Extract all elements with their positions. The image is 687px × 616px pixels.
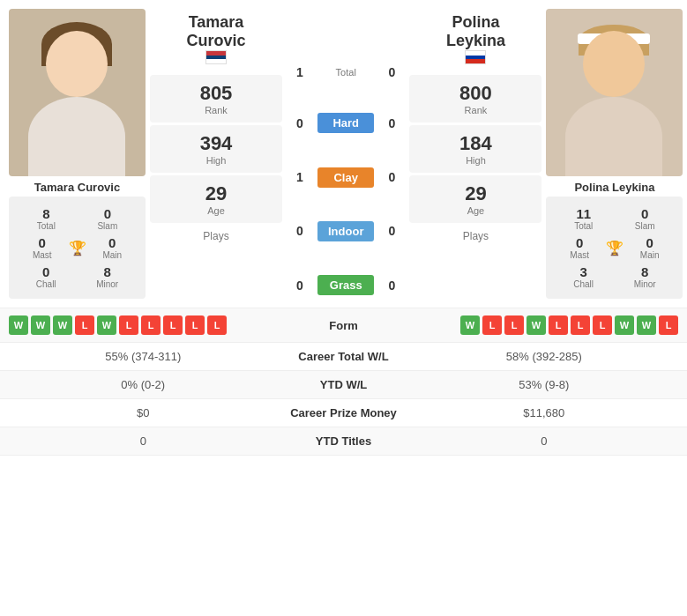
right-total-label: Total <box>574 221 593 231</box>
total-center-label: Total <box>336 67 356 78</box>
right-trophy-icon: 🏆 <box>606 240 624 256</box>
left-player-section: Tamara Curovic 8 Total 0 Slam 0 <box>9 9 146 299</box>
left-minor-value: 8 <box>96 264 118 279</box>
indoor-badge: Indoor <box>317 221 374 241</box>
right-main-stat: 0 Main <box>624 235 676 260</box>
left-minor-label: Minor <box>96 279 118 289</box>
left-high-value: 394 <box>157 132 275 155</box>
right-center-column: Polina Leykina 800 Rank 184 High 29 Age … <box>409 9 541 299</box>
left-slam-label: Slam <box>97 221 117 231</box>
right-high-label: High <box>416 155 534 166</box>
form-badge: W <box>637 315 656 335</box>
right-prize: $11,680 <box>414 406 675 419</box>
right-slam-stat: 0 Slam <box>635 206 655 231</box>
form-badge: W <box>615 315 634 335</box>
right-player-section: Polina Leykina 11 Total 0 Slam 0 <box>546 9 683 299</box>
form-badge: W <box>526 315 546 335</box>
right-total-value: 11 <box>574 206 593 221</box>
left-total-value: 8 <box>37 206 56 221</box>
left-header: Tamara Curovic <box>186 9 245 72</box>
right-age-value: 29 <box>416 182 534 205</box>
career-wl-label: Career Total W/L <box>273 350 414 363</box>
right-mast-label: Mast <box>553 250 606 260</box>
surface-comparison: 1 Total 0 0 Hard 0 1 Clay 0 0 Indoor 0 <box>287 9 405 299</box>
indoor-row: 0 Indoor 0 <box>287 218 405 245</box>
right-chall-label: Chall <box>573 279 594 289</box>
right-plays: Plays <box>463 226 489 247</box>
right-main-label: Main <box>624 250 676 260</box>
right-ytd-titles: 0 <box>414 434 675 448</box>
right-slam-value: 0 <box>635 206 655 221</box>
form-badge: W <box>31 315 50 335</box>
player-comparison-section: Tamara Curovic 8 Total 0 Slam 0 <box>0 0 687 308</box>
right-rank-label: Rank <box>416 105 534 115</box>
left-player-photo <box>9 9 146 176</box>
clay-badge: Clay <box>317 167 374 188</box>
clay-row: 1 Clay 0 <box>287 164 405 191</box>
right-minor-stat: 8 Minor <box>634 264 656 289</box>
left-chall-stat: 0 Chall <box>36 264 56 289</box>
form-label: Form <box>300 319 388 332</box>
left-main-stat: 0 Main <box>86 235 139 260</box>
hard-badge: Hard <box>317 113 374 133</box>
right-slam-label: Slam <box>635 221 655 231</box>
right-rank-panel: 800 Rank <box>409 75 541 122</box>
right-chall-value: 3 <box>573 264 594 279</box>
form-badge: L <box>659 315 678 335</box>
left-slam-value: 0 <box>97 206 117 221</box>
left-chall-label: Chall <box>36 279 56 289</box>
center-column: Tamara Curovic 805 Rank 394 High 29 Age … <box>150 9 282 299</box>
prize-label: Career Prize Money <box>273 406 414 419</box>
left-rank-label: Rank <box>157 105 275 115</box>
right-mast-value: 0 <box>553 235 606 250</box>
career-stats-table: 55% (374-311) Career Total W/L 58% (392-… <box>0 343 687 456</box>
right-player-name: Polina Leykina <box>574 181 654 194</box>
left-high-panel: 394 High <box>150 125 282 173</box>
form-badge: L <box>185 315 205 335</box>
right-form-badges: WLLWLLLWWL <box>388 315 679 335</box>
left-slam-stat: 0 Slam <box>97 206 117 231</box>
right-mast-stat: 0 Mast <box>553 235 606 260</box>
form-section: WWWLWLLLLL Form WLLWLLLWWL <box>0 308 687 343</box>
left-mast-value: 0 <box>16 235 69 250</box>
right-career-wl: 58% (392-285) <box>414 350 675 363</box>
hard-row: 0 Hard 0 <box>287 109 405 137</box>
career-wl-row: 55% (374-311) Career Total W/L 58% (392-… <box>0 343 687 371</box>
right-high-panel: 184 High <box>409 125 541 173</box>
left-minor-stat: 8 Minor <box>96 264 118 289</box>
right-player-face <box>583 31 645 97</box>
main-container: Tamara Curovic 8 Total 0 Slam 0 <box>0 0 687 456</box>
form-badge: L <box>571 315 590 335</box>
ytd-titles-row: 0 YTD Titles 0 <box>0 427 687 456</box>
form-badge: W <box>53 315 72 335</box>
left-age-panel: 29 Age <box>150 175 282 223</box>
right-header-name-line1: Polina <box>446 13 505 32</box>
right-player-body <box>565 97 662 176</box>
right-player-stats: 11 Total 0 Slam 0 Mast 🏆 0 <box>546 197 683 299</box>
form-badge: W <box>9 315 28 335</box>
right-header-name-line2: Leykina <box>446 32 505 50</box>
left-header-name-line2: Curovic <box>186 32 245 50</box>
form-badge: W <box>97 315 116 335</box>
left-mast-label: Mast <box>16 250 69 260</box>
left-player-face <box>46 31 108 97</box>
right-header: Polina Leykina <box>446 9 505 72</box>
form-badge: W <box>460 315 480 335</box>
form-badge: L <box>119 315 138 335</box>
left-player-body <box>28 97 125 176</box>
form-badge: L <box>504 315 524 335</box>
right-player-photo <box>546 9 683 176</box>
right-age-panel: 29 Age <box>409 175 541 223</box>
grass-row: 0 Grass 0 <box>287 271 405 299</box>
right-rank-value: 800 <box>416 82 534 105</box>
total-row: 1 Total 0 <box>287 62 405 83</box>
left-chall-value: 0 <box>36 264 56 279</box>
left-flag <box>205 50 227 64</box>
left-main-label: Main <box>86 250 139 260</box>
hard-right-score: 0 <box>378 116 405 130</box>
left-trophy-icon: 🏆 <box>69 240 86 256</box>
left-plays: Plays <box>203 226 228 247</box>
form-badge: L <box>163 315 183 335</box>
left-total-label: Total <box>37 221 56 231</box>
grass-left-score: 0 <box>287 278 313 293</box>
